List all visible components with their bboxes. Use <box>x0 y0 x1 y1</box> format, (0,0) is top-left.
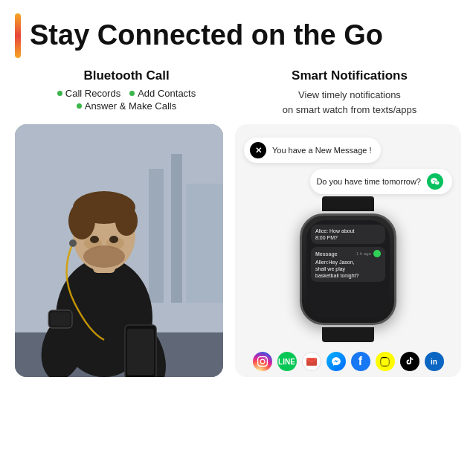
notifications-title: Smart Notifications <box>238 68 461 83</box>
bullet-dot <box>77 103 82 109</box>
bluetooth-bullets: Call Records Add Contacts Answer & Make … <box>15 88 238 112</box>
svg-rect-19 <box>127 329 154 375</box>
svg-rect-3 <box>186 184 223 303</box>
svg-point-15 <box>83 245 125 268</box>
app-icons-row: LINE f in <box>235 352 461 371</box>
bullet-call-records: Call Records <box>57 88 120 99</box>
watch-screen: Alice: How about8:00 PM? Message 1 h ago… <box>306 220 390 318</box>
twitter-notification: ✕ You have a New Message ! <box>244 138 381 163</box>
bluetooth-title: Bluetooth Call <box>15 68 238 83</box>
images-row: ✕ You have a New Message ! Do you have t… <box>0 124 476 377</box>
twitter-notif-text: You have a New Message ! <box>272 146 372 155</box>
svg-point-14 <box>109 236 118 243</box>
snapchat-icon <box>376 352 395 371</box>
bullet-dot <box>57 91 62 96</box>
watch-msg-2-header: Message 1 h ago <box>315 250 381 257</box>
bluetooth-col: Bluetooth Call Call Records Add Contacts… <box>15 68 238 117</box>
linkedin-icon: in <box>425 352 444 371</box>
bullet-add-contacts: Add Contacts <box>129 88 196 99</box>
man-photo <box>15 124 223 377</box>
wechat-notif-text: Do you have time tomorrow? <box>316 177 421 186</box>
svg-point-10 <box>115 206 138 236</box>
features-row: Bluetooth Call Call Records Add Contacts… <box>0 65 476 124</box>
watch-strap-top <box>322 196 374 211</box>
watch-msg-time: 1 h ago <box>356 251 371 256</box>
svg-point-13 <box>90 236 99 243</box>
bullet-answer-calls: Answer & Make Calls <box>15 100 238 112</box>
svg-rect-1 <box>149 169 164 303</box>
gmail-icon <box>302 352 321 371</box>
watch-msg-2-text: Allen:Hey Jason,shall we playbasketball … <box>315 259 381 279</box>
watch-message-1: Alice: How about8:00 PM? <box>311 225 385 244</box>
line-icon: LINE <box>277 352 297 371</box>
notifications-col: Smart Notifications View timely notifica… <box>238 68 461 117</box>
watch-msg-label: Message <box>315 251 338 257</box>
watch-body: Alice: How about8:00 PM? Message 1 h ago… <box>300 213 396 325</box>
header: Stay Connected on the Go <box>0 0 476 65</box>
svg-rect-22 <box>51 312 70 326</box>
svg-rect-2 <box>171 154 182 303</box>
notifications-panel: ✕ You have a New Message ! Do you have t… <box>235 124 461 377</box>
wechat-icon <box>427 173 443 190</box>
tiktok-icon <box>400 352 419 371</box>
wechat-notification: Do you have time tomorrow? <box>310 169 452 194</box>
svg-point-9 <box>68 202 95 239</box>
watch-green-dot <box>373 250 381 257</box>
smartwatch: Alice: How about8:00 PM? Message 1 h ago… <box>300 199 396 340</box>
main-title: Stay Connected on the Go <box>30 20 383 51</box>
instagram-icon <box>253 352 272 371</box>
bluetooth-image <box>15 124 223 377</box>
watch-msg-meta: 1 h ago <box>356 250 381 257</box>
notifications-desc: View timely notificationson smart watch … <box>238 88 461 117</box>
bullet-dot <box>129 91 135 96</box>
watch-msg-1-text: Alice: How about8:00 PM? <box>315 228 381 241</box>
messenger-icon <box>327 352 346 371</box>
svg-point-16 <box>69 239 77 247</box>
man-svg <box>15 124 223 377</box>
watch-strap-bottom <box>322 327 374 342</box>
wechat-notif-row: Do you have time tomorrow? <box>244 169 452 200</box>
watch-message-2: Message 1 h ago Allen:Hey Jason,shall we… <box>311 247 385 282</box>
facebook-icon: f <box>351 352 370 371</box>
accent-bar <box>15 13 21 58</box>
x-icon: ✕ <box>250 142 266 158</box>
